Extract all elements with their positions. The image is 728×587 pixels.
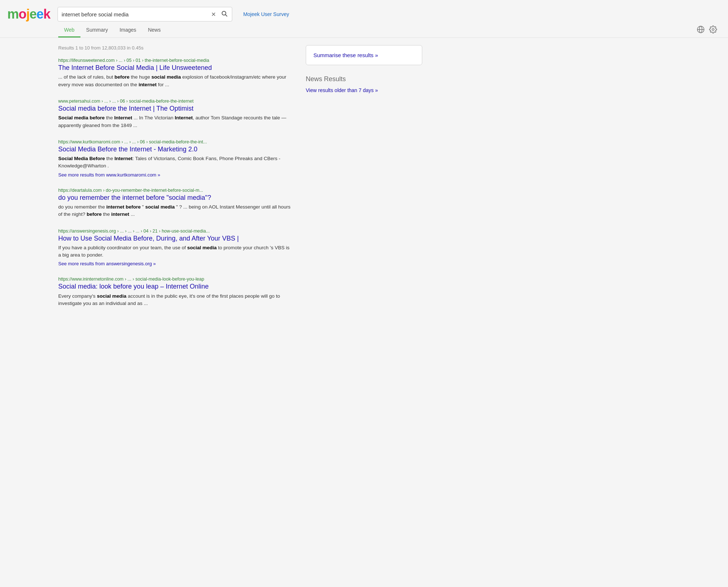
search-icons: ✕ bbox=[210, 9, 228, 19]
globe-icon[interactable] bbox=[697, 25, 705, 35]
main-content: Results 1 to 10 from 12,803,033 in 0.45s… bbox=[0, 38, 728, 325]
tab-web[interactable]: Web bbox=[58, 23, 80, 37]
results-column: Results 1 to 10 from 12,803,033 in 0.45s… bbox=[58, 45, 291, 317]
search-input[interactable] bbox=[62, 11, 210, 17]
tab-images[interactable]: Images bbox=[114, 23, 142, 37]
result-url: https://www.kurtkomaromi.com › ... › ...… bbox=[58, 139, 291, 144]
summarise-link[interactable]: Summarise these results » bbox=[313, 52, 378, 58]
survey-link[interactable]: Mojeek User Survey bbox=[243, 11, 289, 17]
result-snippet: Social media before the Internet ... In … bbox=[58, 114, 291, 129]
result-url: www.petersahui.com › ... › ... › 06 › so… bbox=[58, 99, 291, 104]
result-title[interactable]: do you remember the internet before "soc… bbox=[58, 194, 291, 202]
header-top: mojeek ✕ Mojeek User Survey bbox=[0, 0, 728, 22]
result-url: https://answersingenesis.org › ... › ...… bbox=[58, 229, 291, 234]
news-older-link[interactable]: View results older than 7 days » bbox=[306, 87, 378, 93]
result-item: https://www.kurtkomaromi.com › ... › ...… bbox=[58, 139, 291, 178]
results-meta: Results 1 to 10 from 12,803,033 in 0.45s bbox=[58, 45, 291, 51]
search-button[interactable] bbox=[220, 9, 228, 19]
result-title[interactable]: How to Use Social Media Before, During, … bbox=[58, 234, 291, 243]
result-snippet: do you remember the internet before " so… bbox=[58, 203, 291, 218]
result-item: www.petersahui.com › ... › ... › 06 › so… bbox=[58, 99, 291, 129]
result-url: https://deartalula.com › do-you-remember… bbox=[58, 188, 291, 193]
result-title[interactable]: Social Media Before the Internet - Marke… bbox=[58, 145, 291, 154]
result-snippet: If you have a publicity coordinator on y… bbox=[58, 244, 291, 259]
settings-icon[interactable] bbox=[709, 25, 717, 35]
result-snippet: Every company's social media account is … bbox=[58, 293, 291, 308]
result-title[interactable]: Social media before the Internet | The O… bbox=[58, 104, 291, 113]
result-snippet: Social Media Before the Internet: Tales … bbox=[58, 155, 291, 170]
result-title[interactable]: Social media: look before you leap – Int… bbox=[58, 282, 291, 291]
summarise-box: Summarise these results » bbox=[306, 45, 422, 65]
news-results-title: News Results bbox=[306, 75, 422, 83]
svg-point-5 bbox=[712, 28, 714, 31]
header-nav: Web Summary Images News bbox=[0, 23, 728, 38]
result-item: https://www.ininternetonline.com › ... ›… bbox=[58, 277, 291, 307]
sidebar-column: Summarise these results » News Results V… bbox=[306, 45, 422, 317]
see-more-link[interactable]: See more results from www.kurtkomaromi.c… bbox=[58, 172, 291, 178]
search-bar: ✕ bbox=[58, 7, 232, 21]
tab-news[interactable]: News bbox=[142, 23, 166, 37]
see-more-link[interactable]: See more results from answersingenesis.o… bbox=[58, 261, 291, 266]
result-item: https://deartalula.com › do-you-remember… bbox=[58, 188, 291, 218]
result-item: https://lifeunsweetened.com › ... › 05 ›… bbox=[58, 58, 291, 88]
logo[interactable]: mojeek bbox=[7, 7, 50, 22]
tab-summary[interactable]: Summary bbox=[80, 23, 114, 37]
clear-button[interactable]: ✕ bbox=[210, 10, 217, 19]
result-title[interactable]: The Internet Before Social Media | Life … bbox=[58, 64, 291, 72]
result-snippet: ... of the lack of rules, but before the… bbox=[58, 74, 291, 88]
result-url: https://www.ininternetonline.com › ... ›… bbox=[58, 277, 291, 282]
result-url: https://lifeunsweetened.com › ... › 05 ›… bbox=[58, 58, 291, 63]
nav-icons-right bbox=[697, 25, 721, 37]
result-item: https://answersingenesis.org › ... › ...… bbox=[58, 229, 291, 267]
news-section: News Results View results older than 7 d… bbox=[306, 75, 422, 93]
svg-line-1 bbox=[226, 15, 227, 16]
nav-tabs-left: Web Summary Images News bbox=[7, 23, 166, 37]
